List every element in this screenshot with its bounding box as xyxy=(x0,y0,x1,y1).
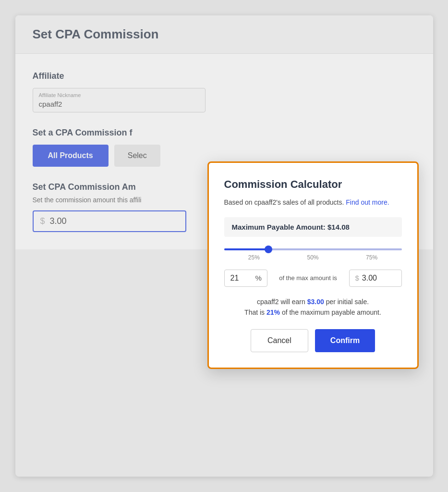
earn-pct: 21% xyxy=(266,308,280,316)
slider-label-25: 25% xyxy=(225,254,283,261)
max-payable-box: Maximum Payable Amount: $14.08 xyxy=(224,217,402,237)
calc-row: % of the max amount is $ 3.00 xyxy=(224,270,402,287)
percent-input[interactable] xyxy=(230,274,254,283)
calc-dollar-symbol: $ xyxy=(355,274,359,282)
slider-label-75: 75% xyxy=(343,254,401,261)
slider-thumb[interactable] xyxy=(265,246,272,253)
slider-track xyxy=(224,248,402,250)
calc-amount-value: 3.00 xyxy=(362,274,377,283)
earn-text-2: per initial sale. xyxy=(326,298,369,306)
earn-text-1: cpaaff2 will earn xyxy=(257,298,305,306)
modal-overlay: Commission Calculator Based on cpaaff2's… xyxy=(15,15,433,477)
amount-display-box: $ 3.00 xyxy=(349,270,402,287)
modal-title: Commission Calculator xyxy=(224,178,402,191)
cancel-button[interactable]: Cancel xyxy=(251,329,308,352)
earn-amount: $3.00 xyxy=(307,298,324,306)
slider-fill xyxy=(224,248,269,250)
slider-label-50: 50% xyxy=(284,254,342,261)
percent-input-box: % xyxy=(224,270,267,287)
confirm-button[interactable]: Confirm xyxy=(315,329,375,352)
page-wrapper: Set CPA Commission Affiliate Affiliate N… xyxy=(15,15,433,477)
find-out-more-link[interactable]: Find out more. xyxy=(346,198,389,206)
slider-track-wrap xyxy=(224,248,402,250)
slider-labels: 25% 50% 75% xyxy=(224,254,402,261)
slider-section: 25% 50% 75% xyxy=(224,248,402,261)
earn-text-block: cpaaff2 will earn $3.00 per initial sale… xyxy=(224,296,402,318)
modal-description: Based on cpaaff2's sales of all products… xyxy=(224,197,402,208)
earn-text-4: of the maximum payable amount. xyxy=(282,308,381,316)
modal-buttons: Cancel Confirm xyxy=(224,329,402,352)
percent-symbol: % xyxy=(255,274,262,282)
earn-text-3: That is xyxy=(244,308,265,316)
commission-calculator-modal: Commission Calculator Based on cpaaff2's… xyxy=(207,161,419,369)
modal-desc-text: Based on cpaaff2's sales of all products… xyxy=(224,198,344,206)
of-the-max-text: of the max amount is xyxy=(274,274,342,283)
